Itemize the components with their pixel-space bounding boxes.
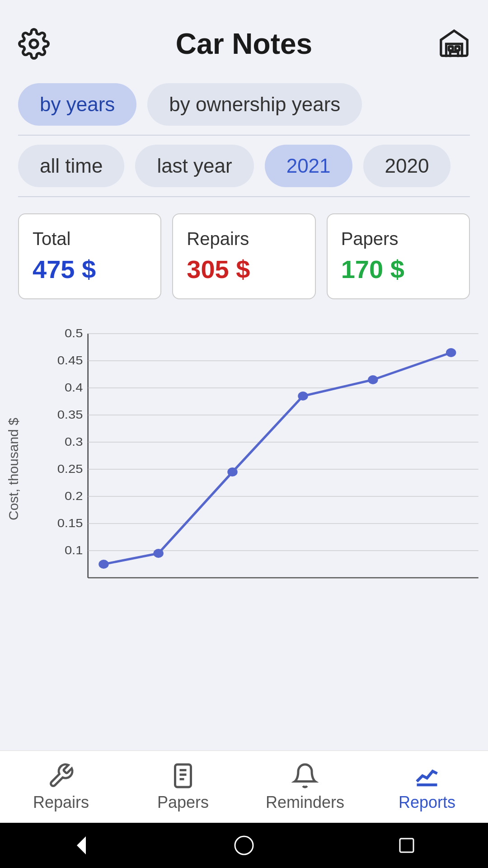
svg-text:0.15: 0.15 — [57, 516, 83, 529]
svg-point-24 — [153, 549, 163, 558]
back-button[interactable] — [68, 832, 95, 859]
header: Car Notes — [0, 0, 488, 74]
svg-text:0.3: 0.3 — [65, 435, 83, 448]
card-total: Total 475 $ — [18, 213, 161, 299]
svg-point-35 — [235, 836, 253, 854]
card-repairs-value: 305 $ — [187, 255, 301, 284]
card-papers-value: 170 $ — [341, 255, 455, 284]
bottom-nav: Repairs Papers Reminders Reports — [0, 750, 488, 823]
svg-text:0.45: 0.45 — [57, 354, 83, 367]
svg-marker-34 — [77, 836, 86, 854]
home-button[interactable] — [230, 832, 258, 859]
filter-2020[interactable]: 2020 — [363, 145, 451, 187]
card-repairs: Repairs 305 $ — [172, 213, 315, 299]
chart-svg: .grid { stroke: #bbb; stroke-width: 1; }… — [27, 325, 483, 614]
card-papers: Papers 170 $ — [327, 213, 470, 299]
svg-point-0 — [30, 40, 38, 48]
filter-all-time[interactable]: all time — [18, 145, 124, 187]
svg-text:0.2: 0.2 — [65, 489, 83, 502]
filter-row-1: by years by ownership years — [0, 74, 488, 135]
card-repairs-label: Repairs — [187, 229, 301, 249]
nav-papers-label: Papers — [157, 793, 209, 812]
svg-rect-1 — [449, 47, 453, 51]
summary-cards: Total 475 $ Repairs 305 $ Papers 170 $ — [0, 197, 488, 316]
svg-point-25 — [227, 467, 237, 476]
nav-reports-label: Reports — [399, 793, 455, 812]
card-papers-label: Papers — [341, 229, 455, 249]
page-title: Car Notes — [176, 27, 312, 61]
nav-reminders-label: Reminders — [266, 793, 344, 812]
chart-wrap: Cost, thousand $ .grid { stroke: #bbb; s… — [5, 325, 483, 614]
filter-by-years[interactable]: by years — [18, 83, 136, 126]
svg-point-23 — [99, 560, 108, 569]
nav-reminders[interactable]: Reminders — [244, 751, 366, 823]
card-total-label: Total — [33, 229, 147, 249]
svg-point-26 — [298, 392, 308, 401]
android-nav-bar — [0, 823, 488, 868]
garage-icon[interactable] — [438, 28, 470, 60]
nav-papers[interactable]: Papers — [122, 751, 244, 823]
filter-last-year[interactable]: last year — [135, 145, 253, 187]
y-axis-label: Cost, thousand $ — [5, 325, 23, 614]
filter-2021[interactable]: 2021 — [265, 145, 352, 187]
svg-text:0.5: 0.5 — [65, 326, 83, 340]
recents-button[interactable] — [393, 832, 420, 859]
bell-icon — [291, 762, 319, 789]
wrench-icon — [47, 762, 75, 789]
settings-icon[interactable] — [18, 28, 50, 60]
chart-line-icon — [413, 762, 441, 789]
filter-row-2: all time last year 2021 2020 — [0, 136, 488, 196]
svg-rect-36 — [400, 839, 413, 852]
chart-inner: .grid { stroke: #bbb; stroke-width: 1; }… — [27, 325, 483, 614]
chart-container: Cost, thousand $ .grid { stroke: #bbb; s… — [0, 316, 488, 750]
nav-repairs[interactable]: Repairs — [0, 751, 122, 823]
papers-icon — [169, 762, 197, 789]
svg-text:0.1: 0.1 — [65, 543, 83, 557]
svg-text:0.35: 0.35 — [57, 408, 83, 421]
svg-point-27 — [368, 375, 378, 384]
svg-rect-2 — [455, 47, 460, 51]
svg-point-28 — [446, 348, 456, 357]
svg-text:0.25: 0.25 — [57, 462, 83, 475]
nav-reports[interactable]: Reports — [366, 751, 488, 823]
nav-repairs-label: Repairs — [33, 793, 89, 812]
svg-text:0.4: 0.4 — [65, 381, 83, 394]
filter-by-ownership[interactable]: by ownership years — [147, 83, 362, 126]
card-total-value: 475 $ — [33, 255, 147, 284]
